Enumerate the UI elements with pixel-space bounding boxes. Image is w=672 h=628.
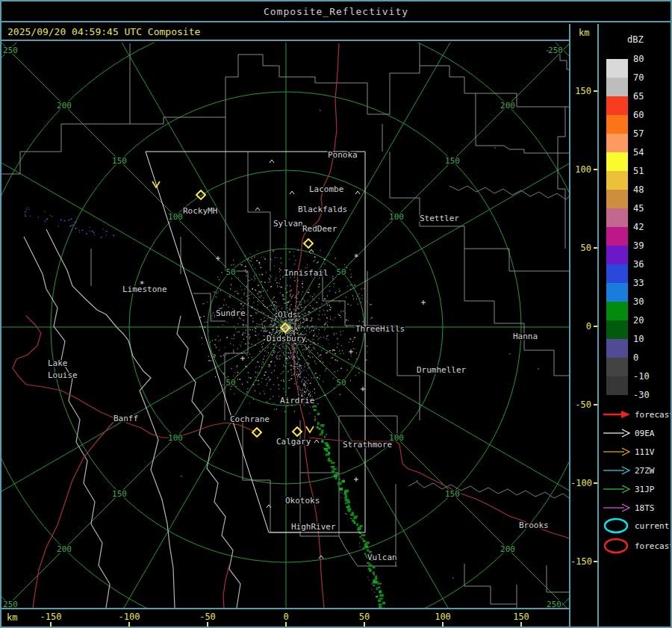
legend-label: 111V xyxy=(635,447,655,457)
colorbar-block xyxy=(606,208,628,227)
colorbar-value-label: 39 xyxy=(633,241,644,250)
colorbar-value-label: 70 xyxy=(633,73,644,82)
town-caret-icon xyxy=(314,440,319,443)
legend-row-ellipse-current: current xyxy=(602,517,669,534)
city-label-ponoka: Ponoka xyxy=(328,150,358,160)
product-timestamp: 2025/09/20 04:59:45 UTC Composite xyxy=(7,26,200,37)
colorbar-value-label: 54 xyxy=(633,148,644,157)
city-label-didsbury: Didsbury xyxy=(267,334,306,343)
track-arrow-icon xyxy=(602,446,633,458)
legend-row-31jp: 31JP xyxy=(602,481,655,497)
isolated-echo xyxy=(417,480,418,482)
colorbar-value-label: 51 xyxy=(633,167,644,175)
city-label-banff: Banff xyxy=(113,414,138,423)
ring-distance-label: 50 xyxy=(225,267,235,277)
storm-ellipse-icon xyxy=(602,537,633,555)
colorbar-block xyxy=(606,78,628,96)
plus-marker-icon xyxy=(240,356,245,361)
river-line xyxy=(408,186,569,498)
city-label-okotoks: Okotoks xyxy=(285,496,320,506)
track-arrow-icon xyxy=(602,464,633,476)
plus-marker-icon xyxy=(354,477,358,482)
city-label-blackfalds: Blackfalds xyxy=(298,205,347,214)
colorbar-value-label: 57 xyxy=(633,129,644,138)
city-label-stettler: Stettler xyxy=(420,214,459,223)
bottom-axis-label: -150 xyxy=(40,612,62,622)
product-header: 2025/09/20 04:59:45 UTC Composite xyxy=(1,24,597,41)
colorbar-value-label: 20 xyxy=(633,316,644,325)
city-label-olds: Olds xyxy=(278,310,298,320)
ring-distance-label: 50 xyxy=(336,378,346,388)
bottom-axis-unit: km xyxy=(7,612,17,623)
ring-distance-label: 100 xyxy=(168,212,183,222)
window-titlebar: Composite_Reflectivity xyxy=(1,1,671,22)
legend-row-forecast: forecast xyxy=(602,406,672,423)
city-label-louise: Louise xyxy=(48,370,78,380)
colorbar-block xyxy=(606,171,628,190)
city-label-sylvan: Sylvan xyxy=(273,219,303,228)
legend-row-27zw: 27ZW xyxy=(602,462,655,479)
colorbar-block xyxy=(606,96,628,115)
legend-label: 31JP xyxy=(635,485,655,494)
ring-distance-label: 250 xyxy=(3,600,18,608)
track-arrow-icon xyxy=(602,427,633,439)
colorbar-value-label: 65 xyxy=(633,92,644,101)
ring-distance-label: 200 xyxy=(500,544,515,554)
checkmark-marker-icon xyxy=(306,426,314,432)
ring-distance-label: 250 xyxy=(547,600,561,608)
window-title: Composite_Reflectivity xyxy=(264,6,408,17)
isolated-echo xyxy=(538,368,539,370)
colorbar-title: dBZ xyxy=(627,34,644,45)
colorbar-value-label: 42 xyxy=(633,223,644,231)
bottom-axis-tick xyxy=(207,622,208,627)
city-label-hanna: Hanna xyxy=(513,332,538,341)
isolated-echo xyxy=(452,577,454,579)
legend-row-ellipse-forecast: forecast xyxy=(602,538,672,554)
azimuth-spoke xyxy=(1,122,286,327)
plus-marker-icon xyxy=(349,349,353,354)
radar-viewer-window: Composite_Reflectivity 2025/09/20 04:59:… xyxy=(0,0,672,628)
legend-label: forecast xyxy=(635,410,672,420)
bottom-axis-tick xyxy=(128,622,130,627)
right-axis-label: 50 xyxy=(570,243,591,253)
radar-map-canvas[interactable]: 5050505010010010010015015015015020020020… xyxy=(1,43,569,608)
colorbar-value-label: 30 xyxy=(633,297,644,306)
colorbar-block xyxy=(606,246,628,264)
ring-distance-label: 200 xyxy=(500,101,515,111)
ring-distance-label: 250 xyxy=(3,46,18,55)
colorbar-block xyxy=(606,283,628,302)
track-arrow-icon xyxy=(602,408,633,420)
city-label-airdrie: Airdrie xyxy=(280,396,314,405)
track-arrow-icon xyxy=(602,483,633,495)
city-label-calgary: Calgary xyxy=(276,437,311,447)
legend-row-111v: 111V xyxy=(602,444,655,460)
colorbar-block xyxy=(606,339,628,358)
city-label-innisfail: Innisfail xyxy=(284,268,329,278)
isolated-echo xyxy=(320,110,321,111)
legend-label: 27ZW xyxy=(635,466,655,476)
azimuth-spoke xyxy=(81,327,286,608)
weak-echo-band xyxy=(25,110,539,608)
colorbar-block xyxy=(606,376,628,395)
right-axis-label: -150 xyxy=(570,556,591,567)
bottom-axis-label: 50 xyxy=(359,612,370,622)
city-label-cochrane: Cochrane xyxy=(230,414,270,424)
right-axis-label: 150 xyxy=(570,86,591,96)
colorbar-panel: dBZ 807065605754514845423936333020100-10… xyxy=(597,24,672,628)
colorbar-value-label: 10 xyxy=(633,335,644,343)
plus-marker-icon xyxy=(216,256,220,261)
azimuth-spoke xyxy=(81,43,286,327)
highway-line-line xyxy=(223,565,229,608)
ring-distance-label: 150 xyxy=(112,156,127,166)
mountain-boundary-line xyxy=(177,316,240,608)
town-caret-icon xyxy=(290,191,294,194)
azimuth-spoke xyxy=(286,327,569,532)
town-caret-icon xyxy=(270,160,274,163)
county-boundary-line xyxy=(323,271,367,326)
azimuth-spoke xyxy=(1,327,286,608)
isolated-echo xyxy=(46,219,48,220)
bottom-axis-label: 0 xyxy=(283,612,288,622)
city-label-lacombe: Lacombe xyxy=(309,184,343,194)
town-caret-icon xyxy=(309,249,314,252)
bottom-axis-tick xyxy=(50,622,52,627)
